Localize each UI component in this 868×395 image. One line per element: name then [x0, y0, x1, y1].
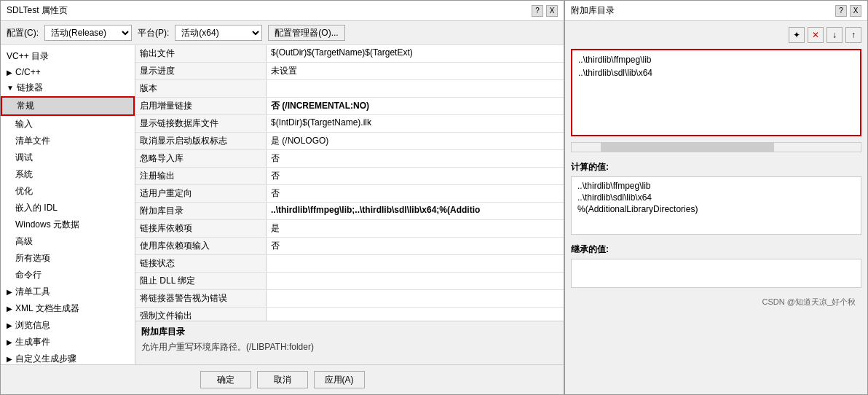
- entries-box: ..\thirdlib\ffmpeg\lib..\thirdlib\sdl\li…: [571, 49, 861, 136]
- right-titlebar: 附加库目录 ? X: [565, 1, 867, 21]
- move-up-button[interactable]: ↑: [845, 27, 861, 43]
- table-row: 链接状态: [135, 255, 564, 273]
- left-titlebar-buttons: ? X: [532, 5, 558, 17]
- prop-name: 使用库依赖项输入: [135, 238, 267, 254]
- computed-item: ..\thirdlib\sdl\lib\x64: [575, 192, 858, 203]
- prop-name: 注册输出: [135, 168, 267, 184]
- horiz-scrollbar[interactable]: [571, 142, 861, 152]
- table-row: 输出文件$(OutDir)$(TargetName)$(TargetExt): [135, 45, 564, 63]
- platform-select[interactable]: 活动(x64): [175, 25, 262, 41]
- prop-name: 启用增量链接: [135, 98, 267, 114]
- config-row: 配置(C): 活动(Release) 平台(P): 活动(x64) 配置管理器(…: [1, 21, 564, 45]
- table-row: 适用户重定向否: [135, 185, 564, 203]
- desc-title: 附加库目录: [141, 326, 558, 338]
- move-down-button[interactable]: ↓: [826, 27, 843, 43]
- sidebar-item-windows_meta[interactable]: Windows 元数据: [1, 216, 135, 233]
- props-table: 输出文件$(OutDir)$(TargetName)$(TargetExt)显示…: [135, 45, 564, 321]
- prop-name: 取消显示启动版权标志: [135, 133, 267, 149]
- config-select[interactable]: 活动(Release): [44, 25, 132, 41]
- right-content: ✦ ✕ ↓ ↑ ..\thirdlib\ffmpeg\lib..\thirdli…: [565, 21, 867, 394]
- sidebar-item-vcpp[interactable]: VC++ 目录: [1, 48, 135, 65]
- table-row: 阻止 DLL 绑定: [135, 273, 564, 290]
- prop-value: 是 (/NOLOGO): [267, 133, 564, 149]
- sidebar-item-cpp[interactable]: ▶C/C++: [1, 65, 135, 79]
- prop-name: 强制文件输出: [135, 308, 267, 321]
- table-row: 附加库目录..\thirdlib\ffmpeg\lib;..\thirdlib\…: [135, 203, 564, 220]
- table-row: 链接库依赖项是: [135, 220, 564, 238]
- prop-name: 忽略导入库: [135, 150, 267, 167]
- table-row: 启用增量链接否 (/INCREMENTAL:NO): [135, 98, 564, 115]
- sidebar-item-xml_gen[interactable]: ▶XML 文档生成器: [1, 300, 135, 317]
- sidebar-item-linker[interactable]: ▼链接器: [1, 79, 135, 96]
- prop-value: $(IntDir)$(TargetName).ilk: [267, 115, 564, 132]
- prop-value: 否: [267, 238, 564, 254]
- sidebar-item-build_events[interactable]: ▶生成事件: [1, 334, 135, 351]
- table-row: 强制文件输出: [135, 308, 564, 321]
- sidebar-item-system[interactable]: 系统: [1, 166, 135, 183]
- close-button[interactable]: X: [546, 5, 558, 17]
- config-manager-button[interactable]: 配置管理器(O)...: [268, 25, 344, 41]
- list-item[interactable]: ..\thirdlib\ffmpeg\lib: [575, 53, 857, 66]
- prop-value: $(OutDir)$(TargetName)$(TargetExt): [267, 45, 564, 62]
- prop-name: 将链接器警告视为错误: [135, 290, 267, 307]
- sidebar-item-custom_build[interactable]: ▶自定义生成步骤: [1, 351, 135, 364]
- right-titlebar-buttons: ? X: [835, 5, 861, 17]
- computed-section: 计算的值: ..\thirdlib\ffmpeg\lib..\thirdlib\…: [571, 158, 861, 235]
- prop-name: 适用户重定向: [135, 185, 267, 202]
- prop-value: 否: [267, 150, 564, 167]
- table-row: 忽略导入库否: [135, 150, 564, 168]
- prop-value: [267, 308, 564, 321]
- inherited-title: 继承的值:: [571, 243, 861, 256]
- prop-value: [267, 80, 564, 97]
- sidebar-item-general[interactable]: 常规: [1, 96, 135, 116]
- sidebar-item-manifest[interactable]: 清单文件: [1, 133, 135, 149]
- computed-item: ..\thirdlib\ffmpeg\lib: [575, 180, 858, 192]
- right-help-button[interactable]: ?: [835, 5, 847, 17]
- props-panel: 输出文件$(OutDir)$(TargetName)$(TargetExt)显示…: [135, 45, 564, 364]
- sidebar-item-optimize[interactable]: 优化: [1, 183, 135, 200]
- prop-name: 版本: [135, 80, 267, 97]
- prop-name: 附加库目录: [135, 203, 267, 219]
- add-entry-button[interactable]: ✦: [789, 27, 805, 43]
- table-row: 注册输出否: [135, 168, 564, 185]
- right-dialog-title: 附加库目录: [571, 4, 615, 17]
- table-row: 显示进度未设置: [135, 63, 564, 80]
- prop-value: [267, 273, 564, 289]
- prop-name: 阻止 DLL 绑定: [135, 273, 267, 289]
- prop-value: 否: [267, 185, 564, 202]
- prop-value: 是: [267, 220, 564, 237]
- sidebar-item-cmdline[interactable]: 命令行: [1, 267, 135, 283]
- help-button[interactable]: ?: [532, 5, 543, 17]
- config-label: 配置(C):: [7, 27, 39, 39]
- list-item[interactable]: ..\thirdlib\sdl\lib\x64: [575, 66, 857, 79]
- desc-text: 允许用户重写环境库路径。(/LIBPATH:folder): [141, 341, 558, 353]
- sidebar-item-advanced[interactable]: 高级: [1, 233, 135, 250]
- prop-value: [267, 255, 564, 272]
- sidebar-item-all_options[interactable]: 所有选项: [1, 250, 135, 267]
- table-row: 使用库依赖项输入否: [135, 238, 564, 255]
- prop-name: 显示进度: [135, 63, 267, 79]
- table-row: 显示链接数据库文件$(IntDir)$(TargetName).ilk: [135, 115, 564, 133]
- sidebar-item-embedded_idl[interactable]: 嵌入的 IDL: [1, 200, 135, 216]
- inherited-section: 继承的值:: [571, 240, 861, 288]
- right-dialog: 附加库目录 ? X ✦ ✕ ↓ ↑ ..\thirdlib\ffmpeg\lib…: [564, 0, 868, 395]
- sidebar-item-input[interactable]: 输入: [1, 116, 135, 133]
- platform-label: 平台(P):: [138, 27, 169, 39]
- apply-button[interactable]: 应用(A): [314, 371, 365, 388]
- left-dialog: SDLTest 属性页 ? X 配置(C): 活动(Release) 平台(P)…: [0, 0, 564, 395]
- dialog-footer: 确定 取消 应用(A): [1, 364, 564, 394]
- sidebar-item-browse[interactable]: ▶浏览信息: [1, 317, 135, 334]
- delete-entry-button[interactable]: ✕: [808, 27, 824, 43]
- left-dialog-title: SDLTest 属性页: [7, 4, 68, 17]
- prop-name: 显示链接数据库文件: [135, 115, 267, 132]
- cancel-button[interactable]: 取消: [257, 371, 308, 388]
- ok-button[interactable]: 确定: [200, 371, 251, 388]
- prop-value: 否 (/INCREMENTAL:NO): [267, 98, 564, 114]
- inherited-box: [571, 259, 861, 288]
- sidebar-item-debug[interactable]: 调试: [1, 149, 135, 166]
- right-close-button[interactable]: X: [850, 5, 861, 17]
- sidebar-item-manifest_tool[interactable]: ▶清单工具: [1, 283, 135, 300]
- prop-name: 输出文件: [135, 45, 267, 62]
- table-row: 将链接器警告视为错误: [135, 290, 564, 308]
- prop-value: 未设置: [267, 63, 564, 79]
